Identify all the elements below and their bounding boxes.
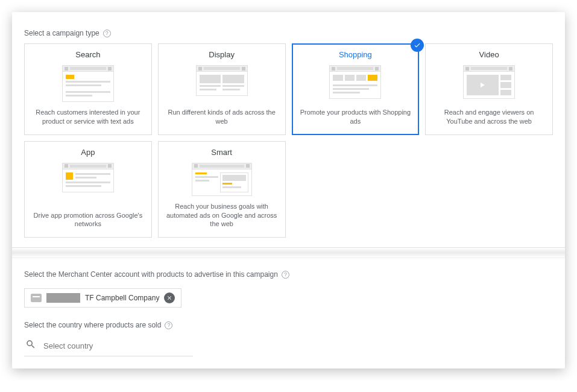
- tile-title: App: [81, 148, 95, 157]
- thumbnail-display: [196, 65, 248, 96]
- help-icon[interactable]: ?: [103, 30, 111, 37]
- campaign-type-grid: Search Reach customers interested in you…: [24, 43, 553, 238]
- tile-desc: Reach your business goals with automated…: [166, 202, 278, 229]
- help-icon[interactable]: ?: [282, 271, 289, 279]
- help-icon[interactable]: ?: [165, 321, 172, 329]
- tile-title: Smart: [211, 148, 232, 157]
- country-input[interactable]: [43, 341, 192, 350]
- campaign-tile-smart[interactable]: Smart: [158, 141, 286, 238]
- campaign-tile-app[interactable]: App Drive app promotion across Google's …: [24, 141, 152, 238]
- campaign-tile-video[interactable]: Video Reach and engage viewers on YouTub…: [425, 43, 553, 135]
- campaign-tile-search[interactable]: Search Reach customers interested in you…: [24, 43, 152, 135]
- remove-icon[interactable]: [164, 292, 175, 303]
- merchant-label: Select the Merchant Center account with …: [24, 270, 278, 279]
- merchant-name: TF Campbell Company: [85, 294, 159, 302]
- tile-desc: Reach and engage viewers on YouTube and …: [433, 108, 545, 126]
- redacted-id: [46, 293, 80, 303]
- merchant-chip[interactable]: TF Campbell Company: [24, 288, 181, 308]
- country-label-row: Select the country where products are so…: [24, 321, 553, 329]
- thumbnail-app: [62, 163, 114, 192]
- tile-desc: Drive app promotion across Google's netw…: [32, 211, 144, 229]
- section-divider: [12, 247, 565, 258]
- tile-title: Shopping: [339, 50, 372, 59]
- thumbnail-smart: [192, 163, 252, 196]
- campaign-tile-shopping[interactable]: Shopping Promote your products with: [292, 43, 420, 135]
- country-selector[interactable]: [24, 335, 193, 356]
- merchant-center-icon: [31, 294, 42, 302]
- campaign-setup-card: Select a campaign type ? Search Reach cu…: [12, 12, 565, 368]
- thumbnail-video: [463, 65, 515, 99]
- merchant-label-row: Select the Merchant Center account with …: [24, 270, 553, 279]
- merchant-section: Select the Merchant Center account with …: [24, 258, 553, 356]
- tile-desc: Run different kinds of ads across the we…: [166, 108, 278, 126]
- tile-desc: Reach customers interested in your produ…: [32, 108, 144, 126]
- campaign-tile-display[interactable]: Display Run different kinds of ads acros…: [158, 43, 286, 135]
- tile-title: Display: [209, 50, 235, 59]
- tile-desc: Promote your products with Shopping ads: [300, 108, 412, 126]
- tile-title: Search: [75, 50, 100, 59]
- search-icon: [25, 339, 36, 352]
- tile-title: Video: [479, 50, 499, 59]
- country-label: Select the country where products are so…: [24, 321, 161, 329]
- thumbnail-search: [62, 65, 114, 102]
- checkmark-icon: [411, 39, 424, 52]
- thumbnail-shopping: [329, 65, 381, 99]
- campaign-type-label-row: Select a campaign type ?: [24, 29, 553, 37]
- campaign-type-label: Select a campaign type: [24, 29, 99, 37]
